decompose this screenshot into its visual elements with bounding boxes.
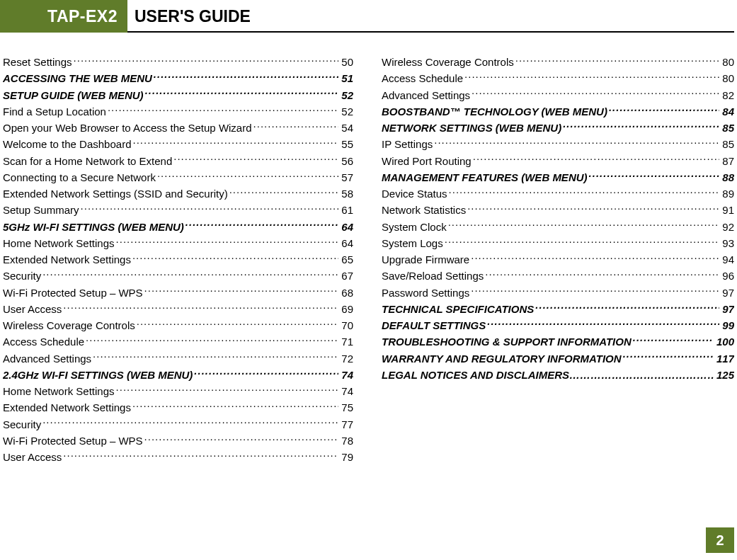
toc-entry-label: Wi-Fi Protected Setup – WPS [3,285,143,301]
toc-entry: Welcome to the Dashboard 55 [3,136,353,152]
toc-entry: TROUBLESHOOTING & SUPPORT INFORMATION 10… [382,333,734,350]
toc-entry-label: Extended Network Settings [3,251,131,268]
toc-entry: Find a Setup Location 52 [3,103,353,120]
toc-entry: 2.4GHz WI-FI SETTINGS (WEB MENU)74 [3,367,353,383]
toc-entry-page: 88 [719,169,734,185]
toc-entry-page: 54 [338,120,353,136]
toc-entry: Wireless Coverage Controls 80 [382,54,734,70]
toc-entry: System Logs 93 [382,235,734,251]
toc-entry-label: Welcome to the Dashboard [3,136,132,152]
toc-entry-page: 80 [719,70,734,86]
toc-entry-label: Save/Reload Settings [382,268,484,284]
toc-entry-label: Wireless Coverage Controls [3,317,135,333]
toc-leader-dots [131,253,338,263]
toc-entry-label: System Clock [382,219,447,235]
toc-entry-page: 99 [719,317,734,333]
toc-entry-label: BOOSTBAND™ TECHNOLOGY (WEB MENU) [382,103,607,120]
toc-entry-page: 78 [338,433,353,449]
toc-entry: DEFAULT SETTINGS 99 [382,317,734,333]
toc-entry-page: 74 [338,383,353,399]
toc-leader-dots [115,384,339,395]
toc-entry-page: 52 [338,103,353,120]
toc-entry: Wired Port Routing 87 [382,153,734,169]
toc-entry-page: 64 [338,235,353,251]
toc-entry-page: 50 [338,54,353,70]
toc-entry-page: 79 [338,449,353,465]
toc-entry: System Clock 92 [382,219,734,235]
toc-leader-dots [514,55,720,66]
toc-entry-page: 93 [719,235,734,251]
toc-entry-label: SETUP GUIDE (WEB MENU) [3,87,144,103]
toc-entry-label: Reset Settings [3,54,72,70]
toc-entry-page: 87 [719,153,734,169]
toc-entry: User Access 69 [3,301,353,317]
toc-entry-label: Wi-Fi Protected Setup – WPS [3,433,143,449]
toc-entry-page: 80 [719,54,734,70]
toc-leader-dots [91,352,338,362]
toc-entry-label: TROUBLESHOOTING & SUPPORT INFORMATION [382,333,632,350]
toc-leader-dots [228,187,339,198]
toc-entry: BOOSTBAND™ TECHNOLOGY (WEB MENU) 84 [382,103,734,120]
toc-entry: Wi-Fi Protected Setup – WPS 68 [3,285,353,301]
toc-entry-page: 82 [719,87,734,103]
toc-entry-page: 91 [719,202,734,218]
toc-entry-page: 61 [338,202,353,218]
toc-entry-page: 94 [719,251,734,268]
toc-leader-dots [534,302,719,313]
toc-entry: Advanced Settings 82 [382,87,734,103]
page: TAP-EX2 USER'S GUIDE Reset Settings50ACC… [0,0,737,560]
toc-leader-dots [252,121,339,132]
toc-entry-label: System Logs [382,235,443,251]
toc-leader-dots [115,236,339,247]
toc-entry: ACCESSING THE WEB MENU 51 [3,70,353,86]
toc-leader-dots [588,171,720,181]
toc-entry-page: 65 [338,251,353,268]
toc-entry-page: 97 [719,285,734,301]
toc-leader-dots [447,187,720,198]
toc-entry-label: Open your Web Browser to Access the Setu… [3,120,252,136]
toc-leader-dots [469,286,719,297]
toc-entry: Wi-Fi Protected Setup – WPS 78 [3,433,353,449]
toc-entry-label: Advanced Settings [3,350,91,367]
toc-entry: Extended Network Settings 75 [3,399,353,416]
toc-entry-label: Upgrade Firmware [382,251,469,268]
toc-entry: Access Schedule 80 [382,70,734,86]
toc-leader-dots [484,269,719,280]
toc-entry: Security 77 [3,416,353,433]
toc-entry: 5GHz WI-FI SETTINGS (WEB MENU) 64 [3,219,353,235]
toc-entry: Scan for a Home Network to Extend 56 [3,153,353,169]
toc-entry-page: 68 [338,285,353,301]
toc-leader-dots [131,401,338,411]
toc-entry-page: 67 [338,268,353,284]
toc-column-right: Wireless Coverage Controls 80Access Sche… [382,54,734,465]
toc-leader-dots [152,72,338,82]
toc-entry-label: Find a Setup Location [3,103,106,120]
toc-entry: WARRANTY AND REGULATORY INFORMATION 117 [382,350,734,367]
toc-leader-dots [62,302,338,313]
toc-entry-label: Security [3,416,41,433]
toc-entry: Wireless Coverage Controls 70 [3,317,353,333]
toc-leader-dots [135,319,339,329]
toc-leader-dots [41,269,338,280]
toc-entry: Network Statistics 91 [382,202,734,218]
toc-leader-dots [144,88,339,99]
toc-entry-page: 125 [714,367,734,383]
toc-content: Reset Settings50ACCESSING THE WEB MENU 5… [0,33,737,465]
toc-leader-dots [486,319,719,329]
toc-entry-label: 5GHz WI-FI SETTINGS (WEB MENU) [3,219,184,235]
toc-entry-page: 84 [719,103,734,120]
toc-entry: Home Network Settings 64 [3,235,353,251]
toc-entry-page: 72 [338,350,353,367]
toc-entry-page: 100 [714,333,734,350]
toc-entry: Open your Web Browser to Access the Setu… [3,120,353,136]
toc-entry: User Access 79 [3,449,353,465]
toc-entry-label: IP Settings [382,136,433,152]
page-header: TAP-EX2 USER'S GUIDE [0,0,734,33]
toc-leader-dots [143,434,339,445]
toc-entry-label: Extended Network Settings (SSID and Secu… [3,185,228,202]
toc-entry-label: Device Status [382,185,447,202]
toc-leader-dots [632,335,714,345]
toc-entry: Advanced Settings 72 [3,350,353,367]
toc-entry-page: 71 [338,333,353,350]
toc-entry-page: 74 [338,367,353,383]
